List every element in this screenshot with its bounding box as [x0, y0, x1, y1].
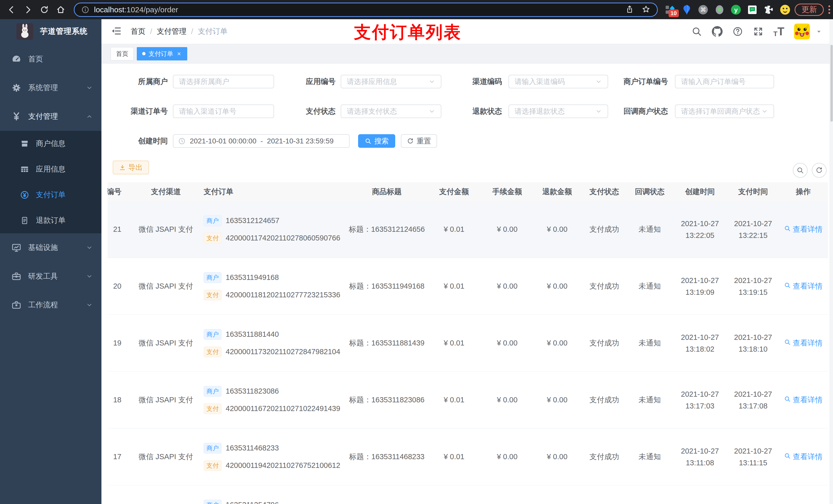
y-extension-icon[interactable]: y [731, 4, 741, 15]
navbar-actions: TT [691, 24, 822, 40]
sidebar-item-home[interactable]: 首页 [0, 45, 101, 73]
pay-channel: 微信 JSAPI 支付 [139, 338, 193, 348]
sidebar-item-pay-order[interactable]: 支付订单 [0, 182, 101, 208]
avatar[interactable] [794, 24, 810, 40]
info-icon[interactable] [81, 6, 89, 14]
address-bar[interactable]: localhost:1024/pay/order [74, 3, 658, 17]
merchant-order-no: 1635311881440 [226, 330, 279, 339]
filter-row-1: 所属商户 请选择所属商户 应用编号 请选择应用信息 渠道编码 请输入渠道编码 商… [101, 75, 833, 88]
tabs-bar: 首页 支付订单 [101, 44, 833, 64]
app-logo[interactable]: 芋道管理系统 [0, 19, 101, 44]
search-icon[interactable] [691, 26, 702, 37]
pay-order-tag: 支付 [204, 233, 221, 243]
sidebar-item-infrastructure[interactable]: 基础设施 [0, 233, 101, 262]
puzzle-extension-icon[interactable] [763, 4, 774, 15]
view-detail-link[interactable]: 查看详情 [784, 224, 823, 235]
document-icon [20, 216, 29, 225]
page-scrollbar[interactable] [830, 19, 833, 504]
filter-label-merchant-order-no: 商户订单编号 [598, 75, 668, 88]
sidebar-item-app-info[interactable]: 应用信息 [0, 157, 101, 182]
sidebar-item-merchant-info[interactable]: 商户信息 [0, 131, 101, 157]
home-icon[interactable] [55, 4, 67, 16]
merchant-order-tag: 商户 [204, 272, 221, 283]
filter-merchant-input[interactable]: 请选择所属商户 [173, 75, 274, 88]
pay-amount: ¥ 0.01 [444, 396, 465, 404]
date-start: 2021-10-01 00:00:00 [190, 137, 256, 145]
dot-extension-icon[interactable] [714, 4, 725, 15]
order-id: 19 [113, 339, 121, 347]
column-header-0: 编号 [108, 182, 128, 201]
filter-app-no-select[interactable]: 请选择应用信息 [341, 75, 441, 88]
question-icon[interactable] [732, 26, 743, 37]
back-arrow-icon[interactable] [6, 4, 18, 16]
view-detail-link[interactable]: 查看详情 [784, 395, 823, 405]
chevron-down-icon [86, 244, 93, 251]
refund-amount: ¥ 0.00 [547, 396, 568, 404]
filter-channel-order-no-input[interactable]: 请输入渠道订单号 [173, 104, 274, 118]
filter-pay-status-select[interactable]: 请选择支付状态 [341, 104, 441, 118]
fee-amount: ¥ 0.00 [497, 282, 518, 290]
scrollbar-thumb[interactable] [830, 45, 833, 122]
close-icon[interactable] [176, 51, 182, 56]
create-time-range-picker[interactable]: 2021-10-01 00:00:00 - 2021-10-31 23:59:5… [173, 134, 350, 148]
order-id: 18 [113, 396, 121, 404]
sidebar-item-system[interactable]: 系统管理 [0, 73, 101, 102]
breadcrumb-pay-mgmt[interactable]: 支付管理 [157, 26, 187, 37]
fullscreen-icon[interactable] [753, 26, 764, 37]
sidebar-item-workflow[interactable]: 工作流程 [0, 291, 101, 319]
chevron-up-icon [86, 113, 93, 120]
merchant-order-tag: 商户 [204, 500, 221, 504]
share-icon[interactable] [625, 5, 634, 15]
caret-down-icon[interactable] [816, 29, 822, 34]
show-search-icon[interactable] [793, 163, 808, 178]
view-detail-link[interactable]: 查看详情 [784, 338, 823, 348]
pay-channel: 微信 JSAPI 支付 [139, 281, 193, 291]
order-id: 21 [113, 225, 121, 234]
tab-home[interactable]: 首页 [111, 47, 134, 61]
pay-amount: ¥ 0.01 [444, 339, 465, 347]
sidebar-item-dev-tools[interactable]: 研发工具 [0, 262, 101, 291]
merchant-order-tag: 商户 [204, 386, 221, 397]
command-extension-icon[interactable]: ⌘ [698, 4, 709, 15]
view-detail-link[interactable]: 查看详情 [784, 452, 823, 462]
font-size-icon[interactable]: TT [773, 26, 784, 37]
filter-merchant-order-no-input[interactable]: 请输入商户订单编号 [675, 75, 774, 88]
fold-menu-icon[interactable] [111, 26, 122, 37]
filter-refund-status-select[interactable]: 请选择退款状态 [508, 104, 608, 118]
chat-extension-icon[interactable] [747, 4, 758, 15]
refund-amount: ¥ 0.00 [547, 453, 568, 461]
filter-label-pay-status: 支付状态 [276, 104, 336, 118]
view-detail-link[interactable]: 查看详情 [784, 281, 823, 291]
star-icon[interactable] [642, 5, 650, 15]
filter-row-2: 渠道订单号 请输入渠道订单号 支付状态 请选择支付状态 退款状态 请选择退款状态… [101, 104, 833, 118]
table-row: 18 微信 JSAPI 支付 商户1635311823086 支付4200001… [108, 371, 828, 429]
smiley-extension-icon[interactable] [780, 4, 790, 15]
yen-circle-icon [20, 190, 29, 199]
tab-pay-order[interactable]: 支付订单 [137, 47, 187, 61]
date-separator: - [261, 137, 263, 145]
balloon-extension-icon[interactable] [681, 4, 692, 15]
fee-amount: ¥ 0.00 [497, 453, 518, 461]
filter-callback-status-select[interactable]: 请选择订单回调商户状态 [675, 104, 774, 118]
table-body: 21 微信 JSAPI 支付 商户1635312124657 支付4200001… [108, 201, 828, 504]
merchant-order-no: 1635312124657 [226, 216, 280, 225]
forward-arrow-icon[interactable] [22, 4, 34, 16]
magnifier-icon [784, 396, 791, 404]
browser-menu-icon[interactable] [827, 4, 831, 15]
breadcrumb-home[interactable]: 首页 [130, 26, 145, 37]
app-title: 芋道管理系统 [40, 26, 88, 37]
search-button[interactable]: 搜索 [358, 134, 395, 148]
sidebar-item-payment[interactable]: 支付管理 [0, 102, 101, 131]
sidebar-item-refund-order[interactable]: 退款订单 [0, 208, 101, 233]
blocks-extension-icon[interactable]: 10 [665, 4, 676, 15]
reload-icon[interactable] [39, 4, 50, 16]
export-button[interactable]: 导出 [113, 161, 149, 174]
filter-label-refund-status: 退款状态 [442, 104, 502, 118]
reset-button[interactable]: 重置 [401, 134, 437, 148]
filter-label-create-time: 创建时间 [101, 134, 168, 148]
update-button[interactable]: 更新 [794, 4, 824, 16]
refresh-icon[interactable] [812, 163, 827, 178]
grid-icon [20, 165, 29, 174]
filter-channel-code-select[interactable]: 请输入渠道编码 [508, 75, 608, 88]
github-icon[interactable] [712, 26, 722, 37]
